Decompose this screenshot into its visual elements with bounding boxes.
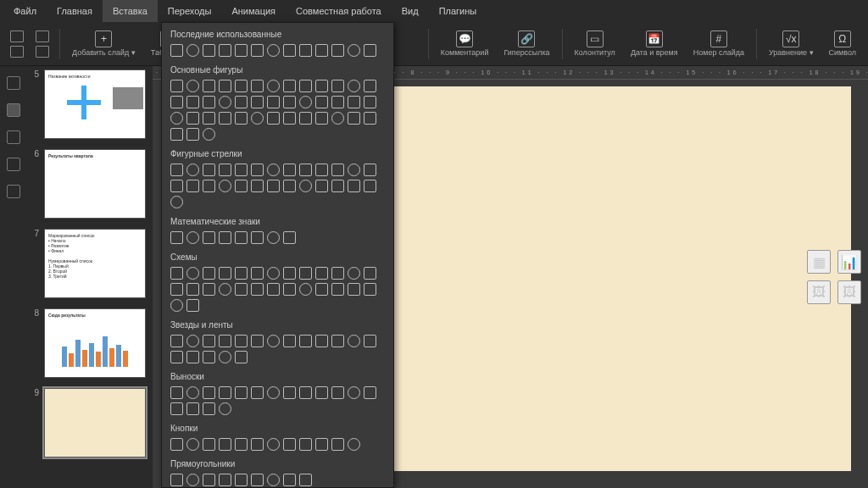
shape-swatch[interactable] bbox=[299, 474, 312, 486]
shape-swatch[interactable] bbox=[203, 335, 215, 347]
shape-swatch[interactable] bbox=[331, 283, 344, 296]
shape-swatch[interactable] bbox=[186, 231, 199, 244]
shape-swatch[interactable] bbox=[186, 351, 199, 363]
shape-swatch[interactable] bbox=[299, 44, 312, 57]
shape-swatch[interactable] bbox=[219, 474, 231, 486]
shape-swatch[interactable] bbox=[235, 267, 248, 280]
thumbnail-item[interactable]: 5 Название активности bbox=[31, 69, 149, 139]
shape-swatch[interactable] bbox=[348, 164, 360, 176]
shape-swatch[interactable] bbox=[186, 180, 199, 192]
header-footer-button[interactable]: ▭ Колонтитул bbox=[568, 22, 622, 65]
shape-swatch[interactable] bbox=[267, 180, 280, 192]
shape-swatch[interactable] bbox=[315, 267, 328, 280]
thumbnail-item[interactable]: 9 bbox=[31, 388, 149, 458]
shape-swatch[interactable] bbox=[170, 128, 183, 141]
shape-swatch[interactable] bbox=[267, 438, 280, 451]
shape-swatch[interactable] bbox=[267, 164, 280, 176]
shape-swatch[interactable] bbox=[331, 80, 344, 92]
shape-swatch[interactable] bbox=[315, 438, 328, 451]
equation-button[interactable]: √x Уравнение ▾ bbox=[762, 22, 821, 65]
shape-swatch[interactable] bbox=[203, 402, 215, 415]
shape-swatch[interactable] bbox=[348, 267, 360, 280]
cut-icon[interactable] bbox=[36, 30, 49, 42]
shape-swatch[interactable] bbox=[251, 96, 264, 108]
shape-swatch[interactable] bbox=[170, 80, 183, 92]
shape-swatch[interactable] bbox=[283, 96, 296, 108]
shape-swatch[interactable] bbox=[364, 80, 376, 92]
shape-swatch[interactable] bbox=[283, 267, 296, 280]
shape-swatch[interactable] bbox=[203, 438, 215, 451]
shape-swatch[interactable] bbox=[170, 351, 183, 363]
shape-swatch[interactable] bbox=[235, 438, 248, 451]
shape-swatch[interactable] bbox=[219, 164, 231, 176]
shape-swatch[interactable] bbox=[219, 231, 231, 244]
shape-swatch[interactable] bbox=[251, 112, 264, 125]
add-slide-button[interactable]: + Добавить слайд ▾ bbox=[65, 22, 142, 65]
shape-swatch[interactable] bbox=[283, 231, 296, 244]
shape-swatch[interactable] bbox=[364, 335, 376, 347]
shape-swatch[interactable] bbox=[251, 474, 264, 486]
shape-swatch[interactable] bbox=[283, 283, 296, 296]
shape-swatch[interactable] bbox=[251, 164, 264, 176]
shape-swatch[interactable] bbox=[315, 283, 328, 296]
shape-swatch[interactable] bbox=[219, 386, 231, 399]
chart-tool-icon[interactable]: 📊 bbox=[837, 250, 861, 274]
search-icon[interactable] bbox=[7, 76, 20, 90]
symbol-button[interactable]: Ω Символ bbox=[822, 22, 863, 65]
shape-swatch[interactable] bbox=[283, 164, 296, 176]
shape-swatch[interactable] bbox=[219, 112, 231, 125]
shape-swatch[interactable] bbox=[219, 283, 231, 296]
shape-swatch[interactable] bbox=[299, 386, 312, 399]
menu-insert[interactable]: Вставка bbox=[103, 0, 158, 22]
shape-swatch[interactable] bbox=[186, 402, 199, 415]
shape-swatch[interactable] bbox=[170, 283, 183, 296]
shape-swatch[interactable] bbox=[348, 112, 360, 125]
shape-swatch[interactable] bbox=[170, 402, 183, 415]
shape-swatch[interactable] bbox=[186, 267, 199, 280]
shape-swatch[interactable] bbox=[315, 164, 328, 176]
shape-swatch[interactable] bbox=[267, 335, 280, 347]
shape-swatch[interactable] bbox=[203, 112, 215, 125]
info-icon[interactable] bbox=[7, 185, 20, 198]
shape-swatch[interactable] bbox=[170, 112, 183, 125]
chat-icon[interactable] bbox=[7, 158, 20, 171]
shape-swatch[interactable] bbox=[219, 335, 231, 347]
shape-swatch[interactable] bbox=[331, 386, 344, 399]
shape-swatch[interactable] bbox=[348, 438, 360, 451]
shape-swatch[interactable] bbox=[299, 438, 312, 451]
shape-swatch[interactable] bbox=[364, 283, 376, 296]
shape-swatch[interactable] bbox=[283, 112, 296, 125]
shape-swatch[interactable] bbox=[219, 402, 231, 415]
shape-swatch[interactable] bbox=[203, 180, 215, 192]
shape-swatch[interactable] bbox=[315, 112, 328, 125]
shape-swatch[interactable] bbox=[203, 283, 215, 296]
thumbnail-item[interactable]: 7 Маркированный список • Начало • Развит… bbox=[31, 229, 149, 298]
shape-swatch[interactable] bbox=[251, 44, 264, 57]
shape-swatch[interactable] bbox=[235, 164, 248, 176]
shape-swatch[interactable] bbox=[170, 96, 183, 108]
slides-panel-icon[interactable] bbox=[7, 103, 20, 117]
menu-view[interactable]: Вид bbox=[392, 0, 429, 22]
shape-swatch[interactable] bbox=[364, 112, 376, 125]
shape-swatch[interactable] bbox=[186, 44, 199, 57]
shape-swatch[interactable] bbox=[186, 128, 199, 141]
shape-swatch[interactable] bbox=[170, 474, 183, 486]
shape-swatch[interactable] bbox=[315, 44, 328, 57]
thumbnail-item[interactable]: 6 Результаты квартала bbox=[31, 149, 149, 219]
shape-swatch[interactable] bbox=[267, 44, 280, 57]
shape-swatch[interactable] bbox=[251, 231, 264, 244]
hyperlink-button[interactable]: 🔗 Гиперссылка bbox=[497, 22, 556, 65]
shape-swatch[interactable] bbox=[170, 299, 183, 312]
shape-swatch[interactable] bbox=[170, 267, 183, 280]
shape-swatch[interactable] bbox=[219, 180, 231, 192]
shape-swatch[interactable] bbox=[186, 299, 199, 312]
shape-swatch[interactable] bbox=[331, 44, 344, 57]
shape-swatch[interactable] bbox=[203, 474, 215, 486]
shape-swatch[interactable] bbox=[348, 96, 360, 108]
shape-swatch[interactable] bbox=[267, 283, 280, 296]
shape-swatch[interactable] bbox=[170, 231, 183, 244]
shape-swatch[interactable] bbox=[283, 386, 296, 399]
menu-plugins[interactable]: Плагины bbox=[429, 0, 487, 22]
shape-swatch[interactable] bbox=[348, 283, 360, 296]
slide-number-button[interactable]: # Номер слайда bbox=[687, 22, 751, 65]
